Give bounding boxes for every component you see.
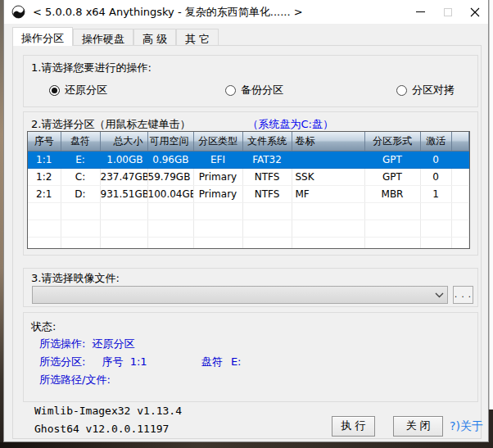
partition-cell[interactable]: NTFS [242,185,292,202]
partition-cell[interactable]: D: [61,185,100,202]
empty-row [28,202,469,219]
maximize-button[interactable] [434,0,461,24]
partition-cell[interactable] [451,151,469,168]
close-button[interactable] [461,0,488,24]
window-behind-sliver [489,0,493,410]
partition-table: 序号盘符总大小可用空间分区类型文件系统卷标分区形式激活 1:1E:1.00GB0… [27,131,470,249]
partition-cell[interactable]: C: [61,168,100,185]
close-dialog-button[interactable]: 关 闭 [393,416,443,437]
column-header[interactable]: 序号 [28,132,61,151]
column-header[interactable]: 盘符 [61,132,100,151]
tab-other[interactable]: 其 它 [176,29,219,46]
radio-partition-copy[interactable]: 分区对拷 [396,83,455,97]
column-header[interactable]: 可用空间 [147,132,193,151]
partition-cell[interactable]: Primary [193,185,242,202]
partition-cell[interactable]: 0.96GB [147,151,193,168]
partition-cell[interactable]: NTFS [242,168,292,185]
radio-circle-icon [396,85,407,96]
partition-cell[interactable]: Primary [193,168,242,185]
partition-cell [292,237,364,249]
radio-label: 分区对拷 [412,83,455,97]
partition-cell[interactable]: GPT [364,151,420,168]
partition-cell [61,219,100,237]
radio-backup-partition[interactable]: 备份分区 [225,83,283,97]
partition-cell [242,219,292,237]
column-header[interactable]: 分区形式 [364,132,420,151]
partition-cell [100,202,147,219]
partition-cell[interactable]: 59.79GB [147,168,193,185]
partition-cell[interactable]: FAT32 [242,151,292,168]
version-wimlib: Wimlib-Imagex32 v1.13.4 [34,405,182,417]
image-file-groupbox: 3.请选择映像文件: . . . [23,268,478,307]
status-partition-label: 所选分区: [39,355,85,368]
status-drive-label: 盘符 [201,355,223,369]
partition-cell [61,237,100,249]
partition-cell[interactable] [292,151,364,168]
status-operation-label: 所选操作: [39,337,85,350]
tab-advanced[interactable]: 高 级 [133,29,176,46]
partition-table-body: 1:1E:1.00GB0.96GBEFIFAT32GPT01:2C:237.47… [28,151,469,249]
partition-cell[interactable]: 0 [420,168,451,185]
column-header[interactable]: 分区类型 [193,132,242,151]
partition-cell [420,237,451,249]
status-groupbox: 状态: 所选操作: 还原分区 所选分区: 序号 1:1 盘符 E: 所选路径/文… [23,312,478,402]
execute-button[interactable]: 执 行 [332,416,375,437]
partition-cell[interactable]: E: [61,151,100,168]
tab-page-operate-partition: 1.请选择您要进行的操作: 还原分区 备份分区 分区对拷 2.请选择分区（用 [12,45,482,439]
window-title: < 5.0.0.8 x64 Anythingsky - 复杂的东西简单化....… [33,5,303,20]
tab-operate-partition[interactable]: 操作分区 [12,27,73,46]
partition-table-header-row: 序号盘符总大小可用空间分区类型文件系统卷标分区形式激活 [28,132,469,151]
status-path-label: 所选路径/文件: [39,373,111,386]
column-header[interactable] [451,132,469,151]
partition-cell[interactable] [451,185,469,202]
column-header[interactable]: 文件系统 [242,132,292,151]
partition-cell[interactable]: EFI [193,151,242,168]
version-ghost: Ghost64 v12.0.0.11197 [34,423,169,435]
partition-row[interactable]: 1:2C:237.47GB59.79GBPrimaryNTFSSSKGPT0 [28,168,469,185]
partition-cell[interactable]: GPT [364,168,420,185]
close-icon [470,7,480,17]
partition-cell[interactable]: SSK [292,168,364,185]
partition-cell[interactable]: 237.47GB [100,168,147,185]
browse-button[interactable]: . . . [453,286,473,304]
radio-label: 还原分区 [65,83,107,97]
tab-operate-disk[interactable]: 操作硬盘 [73,29,133,46]
partition-cell[interactable]: 100.04GB [147,185,193,202]
partition-cell[interactable]: 1:2 [28,168,61,185]
partition-cell [364,202,420,219]
about-link[interactable]: ?)关于 [450,419,483,434]
status-operation-value: 还原分区 [93,337,135,351]
partition-cell[interactable]: MBR [364,185,420,202]
partition-cell [193,237,242,249]
column-header[interactable]: 卷标 [292,132,364,151]
tab-bar: 操作分区 操作硬盘 高 级 其 它 [12,27,219,46]
partition-cell [147,237,193,249]
maximize-icon [444,8,452,16]
partition-cell[interactable]: 1.00GB [100,151,147,168]
partition-row[interactable]: 1:1E:1.00GB0.96GBEFIFAT32GPT0 [28,151,469,168]
partition-cell[interactable]: 0 [420,151,451,168]
image-file-combobox[interactable] [32,286,448,304]
partition-cell [100,237,147,249]
partition-cell[interactable]: 1:1 [28,151,61,168]
minimize-icon [416,11,425,12]
column-header[interactable]: 总大小 [100,132,147,151]
chevron-down-icon[interactable] [431,287,447,303]
status-operation-line: 所选操作: 还原分区 [39,337,135,351]
partition-cell[interactable]: 931.51GB [100,185,147,202]
column-header[interactable]: 激活 [420,132,451,151]
radio-restore-partition[interactable]: 还原分区 [49,83,107,97]
partition-cell [61,202,100,219]
partition-cell [420,202,451,219]
operation-groupbox: 1.请选择您要进行的操作: 还原分区 备份分区 分区对拷 [23,55,478,107]
partition-cell[interactable] [451,168,469,185]
partition-row[interactable]: 2:1D:931.51GB100.04GBPrimaryNTFSMFMBR1 [28,185,469,202]
partition-cell[interactable]: 1 [420,185,451,202]
partition-cell[interactable]: 2:1 [28,185,61,202]
partition-cell[interactable]: MF [292,185,364,202]
partition-cell [451,237,469,249]
minimize-button[interactable] [407,0,434,24]
status-partition-line: 所选分区: 序号 1:1 盘符 E: [39,355,241,369]
partition-cell [147,202,193,219]
system-disk-hint: （系统盘为C:盘） [248,118,333,130]
